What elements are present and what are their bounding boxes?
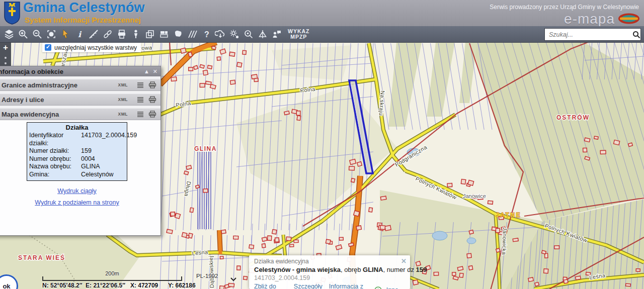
coat-of-arms-logo (4, 2, 20, 25)
parcel-box-title: Działka (29, 124, 125, 131)
download-cloud-icon[interactable] (214, 28, 227, 41)
zoom-in-button[interactable]: + (0, 42, 11, 53)
app-window: LazurowaPolnaPolnaNa skrajuPodgranicznaP… (0, 0, 644, 289)
map-label: JATNE (496, 212, 521, 219)
toolbar-icons: i? (0, 28, 284, 41)
layers-icon[interactable] (3, 28, 16, 41)
popup-parcel-number: 159 (416, 266, 427, 273)
map-label: OSTRÓW (556, 114, 590, 121)
xml-button[interactable]: XML (118, 112, 128, 117)
panel-close-icon[interactable]: ✕ (153, 66, 157, 76)
pointer-icon[interactable] (59, 28, 72, 41)
layers-checkbox[interactable] (45, 44, 51, 51)
xml-button[interactable]: XML (118, 97, 128, 102)
field-label: Identyfikator działki: (29, 132, 81, 147)
site-subtitle: System Informacji Przestrzennej (25, 16, 141, 24)
crs-label: PL-1992 (196, 273, 218, 279)
measure-icon[interactable] (87, 28, 100, 41)
zoom-slider-dot[interactable] (5, 57, 7, 59)
print-links: Wydruk ciągły Wydruk z podziałem na stro… (0, 187, 160, 206)
draw-polygon-icon[interactable] (172, 28, 185, 41)
map-label: Janowice (463, 193, 486, 199)
print-paged-link[interactable]: Wydruk z podziałem na strony (0, 199, 160, 206)
scale-label: 200m (42, 270, 182, 276)
select-area-icon[interactable] (45, 28, 58, 41)
plus-icon[interactable] (374, 286, 382, 289)
section-label: Granice administracyjne (2, 81, 118, 89)
zoom-in-icon[interactable] (17, 28, 30, 41)
popup-close-icon[interactable]: ✕ (401, 257, 407, 265)
panel-section-adresy[interactable]: Adresy i ulice XML (0, 93, 160, 106)
list-icon[interactable] (137, 111, 144, 118)
print-icon[interactable] (148, 81, 156, 88)
emapa-globe-icon (618, 13, 640, 24)
print-continuous-link[interactable]: Wydruk ciągły (0, 187, 160, 195)
popup-district: GLINA (363, 266, 383, 273)
map-label: STARA WIEŚ (18, 254, 65, 261)
xml-button[interactable]: XML (118, 82, 128, 87)
feedback-icon[interactable] (270, 28, 283, 41)
popup-subtitle: Działka ewidencyjna (254, 258, 405, 265)
field-label: Numer działki: (29, 147, 81, 155)
wykaz-mpzp-button[interactable]: WYKAZ MPZP (288, 29, 310, 40)
field-value: Celestynów (81, 171, 114, 179)
field-label: Nazwa obrębu: (29, 163, 81, 171)
parcel-info-box: Działka Identyfikator działki:141703_2.0… (27, 122, 127, 181)
compare-icon[interactable] (256, 28, 269, 41)
hatch-icon[interactable] (186, 28, 199, 41)
link-icon[interactable] (101, 28, 114, 41)
popup-parcel-id: 141703_2.0004.159 (254, 274, 405, 281)
layers-toggle-bar: uwzględniaj wszystkie warstwy (42, 43, 141, 52)
section-label: Mapa ewidencyjna (2, 111, 118, 118)
emapa-brand: e-mapa (564, 11, 615, 27)
search-box (544, 28, 641, 41)
chevron-down-icon[interactable] (230, 274, 236, 283)
map-label: Janowicka (501, 227, 508, 255)
coordinates-readout: N: 52°05'48.2″ E: 21°22'06.5″ X: 472709 … (42, 282, 196, 289)
search-input[interactable] (545, 31, 632, 39)
field-value: GLINA (81, 163, 100, 171)
panel-titlebar[interactable]: Informacja o obiekcie ▲ ✕ (0, 66, 160, 76)
layout-icon[interactable] (157, 28, 171, 41)
help-icon[interactable]: ? (200, 28, 213, 41)
panel-minimize-icon[interactable]: ▲ (144, 66, 149, 76)
site-title: Gmina Celestynów (23, 0, 145, 16)
map-label: GLINA (194, 145, 217, 152)
search-location-icon[interactable] (242, 28, 255, 41)
wykaz-line2: MPZP (288, 34, 310, 40)
object-info-icon[interactable]: i (73, 28, 86, 41)
more-link[interactable]: Inne (386, 286, 398, 289)
panel-title: Informacja o obiekcie (0, 68, 140, 75)
print-icon[interactable] (148, 111, 156, 118)
layers-checkbox-label: uwzględniaj wszystkie warstwy (54, 44, 137, 51)
plan-info-link[interactable]: Informacja z planu (329, 283, 368, 289)
scale-bar: 200m (42, 270, 182, 281)
panel-section-mapa[interactable]: Mapa ewidencyjna XML (0, 108, 160, 120)
search-icon[interactable] (632, 29, 640, 40)
popup-text: , obręb (341, 266, 363, 273)
panel-section-granice[interactable]: Granice administracyjne XML (0, 79, 160, 91)
print-icon[interactable] (148, 96, 156, 103)
field-label: Gmina: (29, 171, 81, 179)
popup-object-line: Celestynów - gmina wiejska, obręb GLINA,… (254, 266, 405, 273)
object-info-panel: Informacja o obiekcie ▲ ✕ Granice admini… (0, 66, 161, 236)
print-icon[interactable] (115, 28, 128, 41)
zoom-slider-dot[interactable] (5, 62, 7, 64)
toolbar: i? WYKAZ MPZP (0, 26, 644, 43)
field-value: 141703_2.0004.159 (81, 132, 137, 147)
zoom-out-icon[interactable] (31, 28, 44, 41)
scale-line (42, 276, 182, 281)
list-icon[interactable] (137, 82, 144, 88)
details-link[interactable]: Szczegóły (I) (294, 283, 323, 289)
street-view-icon[interactable] (129, 28, 142, 41)
header: Gmina Celestynów System Informacji Przes… (0, 0, 644, 27)
copy-window-icon[interactable] (143, 28, 156, 41)
popup-municipality: Celestynów - gmina wiejska (254, 266, 341, 273)
panel-body: Działka Identyfikator działki:141703_2.0… (0, 120, 160, 235)
list-icon[interactable] (137, 97, 144, 103)
popup-links: Zbliż do obiektu Szczegóły (I) Informacj… (254, 283, 405, 289)
zoom-to-object-link[interactable]: Zbliż do obiektu (254, 283, 287, 289)
field-value: 0004 (81, 155, 95, 163)
settings-icon[interactable] (228, 28, 241, 41)
map-label: Dąbrowskiej (208, 256, 215, 288)
